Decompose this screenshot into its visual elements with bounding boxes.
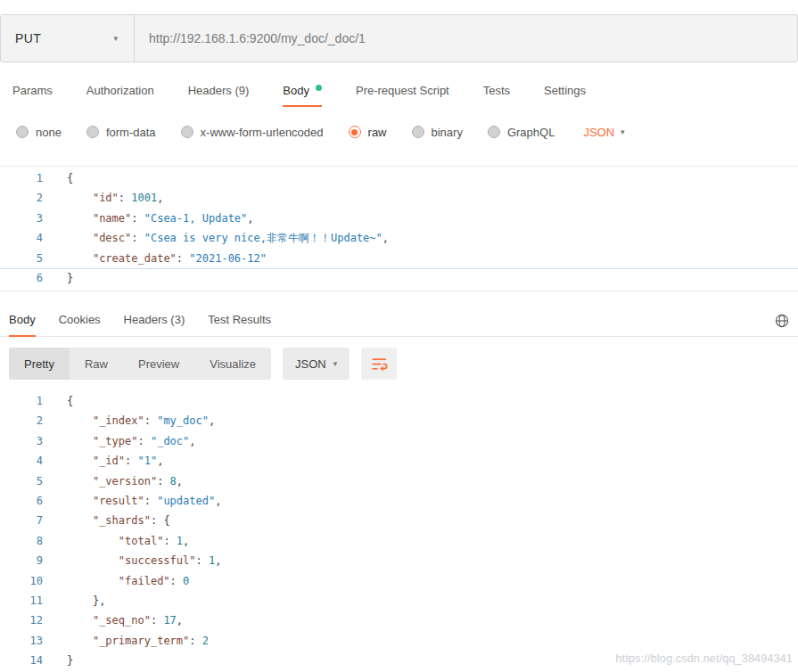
code-content: "id": 1001, bbox=[43, 188, 163, 208]
code-line: 5 "create_date": "2021-06-12" bbox=[0, 249, 798, 268]
view-visualize[interactable]: Visualize bbox=[194, 348, 271, 380]
code-content: { bbox=[43, 391, 73, 411]
body-type-binary[interactable]: binary bbox=[412, 126, 463, 139]
request-tabs: ParamsAuthorizationHeaders (9)BodyPre-re… bbox=[0, 75, 798, 107]
line-number: 7 bbox=[0, 511, 43, 530]
body-type-form-data[interactable]: form-data bbox=[86, 126, 156, 139]
code-line: 1{ bbox=[0, 168, 798, 188]
code-line: 2 "_index": "my_doc", bbox=[0, 411, 798, 430]
view-pretty[interactable]: Pretty bbox=[9, 348, 70, 380]
code-line: 3 "name": "Csea-1, Update", bbox=[0, 209, 798, 228]
body-type-x-www-form-urlencoded[interactable]: x-www-form-urlencoded bbox=[181, 126, 324, 139]
url-input[interactable] bbox=[135, 15, 797, 61]
radio-icon bbox=[412, 126, 424, 138]
code-content: "_version": 8, bbox=[43, 471, 183, 491]
body-type-graphql[interactable]: GraphQL bbox=[488, 126, 555, 139]
tab-label: Headers (3) bbox=[124, 313, 185, 326]
tab-params[interactable]: Params bbox=[12, 75, 53, 107]
response-tab-headers-3[interactable]: Headers (3) bbox=[124, 303, 185, 337]
code-content: { bbox=[43, 168, 73, 188]
line-number: 2 bbox=[0, 188, 43, 208]
body-type-label: GraphQL bbox=[507, 126, 555, 139]
code-line: 12 "_seq_no": 17, bbox=[0, 611, 798, 630]
code-content: "result": "updated", bbox=[43, 491, 221, 511]
line-number: 2 bbox=[0, 411, 43, 430]
code-content: "_seq_no": 17, bbox=[43, 611, 183, 630]
line-number: 10 bbox=[0, 571, 43, 591]
line-number: 1 bbox=[0, 168, 43, 188]
code-content: "desc": "Csea is very nice,非常牛啊！！Update~… bbox=[43, 228, 389, 248]
line-number: 4 bbox=[0, 451, 43, 471]
body-type-row: noneform-datax-www-form-urlencodedrawbin… bbox=[0, 119, 798, 145]
line-number: 11 bbox=[0, 591, 43, 611]
line-number: 14 bbox=[0, 651, 43, 670]
line-number: 8 bbox=[0, 531, 43, 551]
code-line: 10 "failed": 0 bbox=[0, 571, 798, 591]
tab-label: Test Results bbox=[208, 313, 271, 326]
radio-icon bbox=[86, 126, 99, 138]
response-tab-test-results[interactable]: Test Results bbox=[208, 303, 271, 337]
tab-settings[interactable]: Settings bbox=[544, 75, 586, 107]
body-type-label: raw bbox=[368, 126, 387, 139]
line-number: 9 bbox=[0, 551, 43, 570]
code-content: "create_date": "2021-06-12" bbox=[43, 249, 267, 268]
response-language-select[interactable]: JSON ▾ bbox=[283, 348, 350, 380]
method-dropdown[interactable]: PUT ▾ bbox=[1, 15, 135, 61]
view-preview[interactable]: Preview bbox=[123, 348, 194, 380]
body-language-select[interactable]: JSON ▾ bbox=[583, 126, 624, 139]
line-number: 5 bbox=[0, 249, 43, 268]
globe-icon[interactable] bbox=[771, 310, 793, 332]
line-number: 13 bbox=[0, 631, 43, 651]
line-number: 12 bbox=[0, 611, 43, 630]
radio-icon bbox=[181, 126, 193, 138]
tab-body[interactable]: Body bbox=[283, 75, 322, 107]
body-type-label: none bbox=[36, 126, 62, 139]
tab-label: Headers (9) bbox=[188, 84, 250, 97]
body-type-none[interactable]: none bbox=[16, 126, 62, 139]
response-body-editor[interactable]: 1{2 "_index": "my_doc",3 "_type": "_doc"… bbox=[0, 391, 798, 672]
tab-label: Cookies bbox=[59, 313, 101, 326]
code-line: 3 "_type": "_doc", bbox=[0, 431, 798, 451]
body-type-raw[interactable]: raw bbox=[349, 126, 387, 139]
line-number: 1 bbox=[0, 391, 43, 411]
tab-pre-request-script[interactable]: Pre-request Script bbox=[356, 75, 449, 107]
line-number: 5 bbox=[0, 471, 43, 491]
wrap-text-icon bbox=[371, 357, 388, 371]
tab-label: Body bbox=[9, 313, 36, 326]
code-content: "_index": "my_doc", bbox=[43, 411, 215, 430]
chevron-down-icon: ▾ bbox=[621, 127, 625, 136]
line-number: 6 bbox=[0, 491, 43, 511]
code-line: 13 "_primary_term": 2 bbox=[0, 631, 798, 651]
wrap-text-button[interactable] bbox=[361, 348, 397, 380]
tab-tests[interactable]: Tests bbox=[483, 75, 510, 107]
code-line: 6 "result": "updated", bbox=[0, 491, 798, 511]
code-line: 8 "total": 1, bbox=[0, 531, 798, 551]
response-tab-body[interactable]: Body bbox=[9, 303, 36, 337]
tab-headers-9[interactable]: Headers (9) bbox=[188, 75, 250, 107]
line-number: 6 bbox=[0, 268, 43, 288]
tab-label: Authorization bbox=[86, 84, 154, 97]
line-number: 4 bbox=[0, 228, 43, 248]
body-type-label: form-data bbox=[106, 126, 156, 139]
response-tab-cookies[interactable]: Cookies bbox=[59, 303, 101, 337]
code-line: 9 "successful": 1, bbox=[0, 551, 798, 570]
body-content-dot bbox=[316, 85, 322, 91]
code-content: "_type": "_doc", bbox=[43, 431, 196, 451]
code-line: 2 "id": 1001, bbox=[0, 188, 798, 208]
line-number: 3 bbox=[0, 431, 43, 451]
code-content: "_primary_term": 2 bbox=[43, 631, 209, 651]
tab-authorization[interactable]: Authorization bbox=[86, 75, 154, 107]
radio-icon bbox=[488, 126, 500, 138]
tab-label: Tests bbox=[483, 84, 510, 97]
code-line: 4 "_id": "1", bbox=[0, 451, 798, 471]
code-line: 11 }, bbox=[0, 591, 798, 611]
tab-label: Pre-request Script bbox=[356, 84, 449, 97]
body-type-label: binary bbox=[432, 126, 463, 139]
tab-label: Body bbox=[283, 84, 309, 97]
response-view-controls: PrettyRawPreviewVisualize JSON ▾ bbox=[9, 348, 397, 380]
view-raw[interactable]: Raw bbox=[70, 348, 123, 380]
request-body-editor[interactable]: 1{2 "id": 1001,3 "name": "Csea-1, Update… bbox=[0, 166, 798, 291]
tab-label: Params bbox=[12, 84, 53, 97]
method-label: PUT bbox=[15, 31, 41, 45]
radio-icon bbox=[349, 126, 361, 138]
